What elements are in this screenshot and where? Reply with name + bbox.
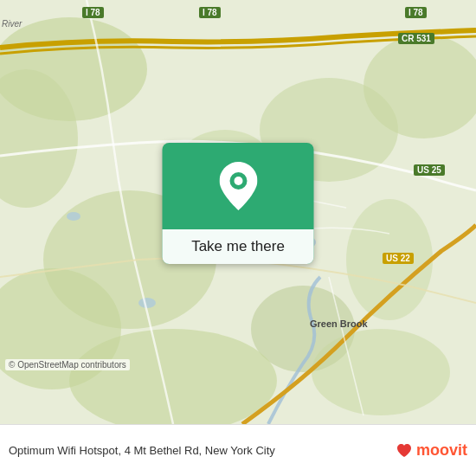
road-label-i78-left: I 78 — [82, 7, 104, 18]
cta-icon-area — [163, 143, 314, 229]
svg-point-16 — [234, 177, 242, 185]
map-container: I 78 I 78 I 78 CR 531 US 25 US 22 River … — [0, 0, 476, 424]
road-label-cr531: CR 531 — [398, 33, 434, 44]
road-label-us22: US 22 — [383, 253, 414, 264]
road-label-us25: US 25 — [414, 164, 445, 176]
cta-label[interactable]: Take me there — [163, 229, 314, 264]
svg-point-13 — [138, 298, 156, 308]
location-pin-icon — [219, 162, 257, 210]
moovit-logo: moovit — [396, 441, 467, 460]
take-me-there-button[interactable]: Take me there — [163, 143, 314, 264]
svg-point-14 — [67, 212, 80, 221]
road-label-i78-right: I 78 — [405, 7, 427, 18]
info-text: Optimum Wifi Hotspot, 4 Mt Bethel Rd, Ne… — [9, 444, 396, 457]
svg-point-11 — [312, 329, 450, 415]
copyright-text: © OpenStreetMap contributors — [5, 359, 130, 370]
place-label-greenbrook: Green Brook — [310, 318, 368, 329]
moovit-heart-icon — [396, 442, 413, 460]
moovit-text: moovit — [416, 441, 467, 460]
road-label-i78-center: I 78 — [199, 7, 221, 18]
river-label: River — [2, 19, 22, 29]
info-bar: Optimum Wifi Hotspot, 4 Mt Bethel Rd, Ne… — [0, 424, 476, 476]
